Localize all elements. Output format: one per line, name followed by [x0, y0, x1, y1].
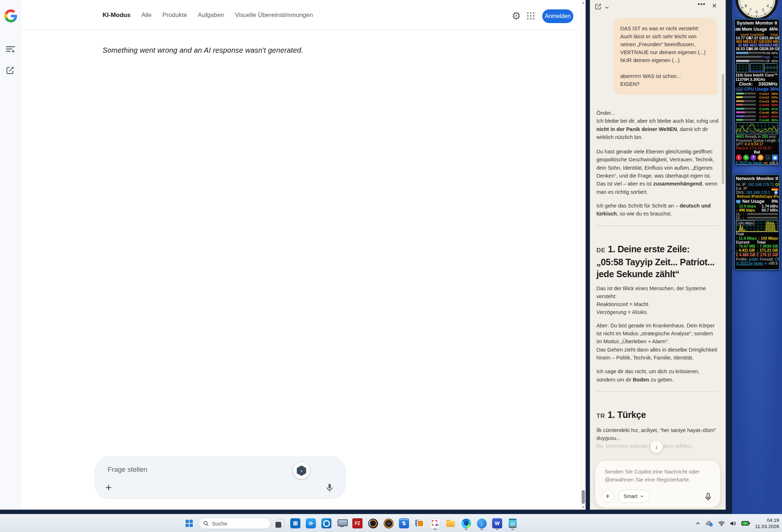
system-monitor-widget: System Monitor II Mem Usage 46% Used Ava…: [734, 19, 780, 165]
plus-icon[interactable]: +: [601, 490, 614, 503]
refresh-icon[interactable]: ⇄: [764, 262, 767, 265]
shutdown-icon[interactable]: I: [736, 154, 742, 161]
user-message-text: aberrrrrrr WAS ist schon... EIGEN?: [620, 72, 711, 88]
close-icon[interactable]: ✕: [712, 2, 717, 10]
sleep-icon[interactable]: ?: [750, 154, 756, 161]
notepad-icon[interactable]: [507, 516, 518, 530]
section-divider: [596, 226, 718, 226]
start-button[interactable]: [183, 517, 196, 530]
bandwidth-graph: 105 Mbps: [736, 220, 778, 232]
assistant-paragraph: İlk cümlendeki hız, aciliyet, “her saniy…: [596, 426, 718, 442]
scrollbar-thumb[interactable]: [582, 490, 585, 504]
more-options-icon[interactable]: •••: [698, 1, 705, 8]
tab-produkte[interactable]: Produkte: [162, 12, 187, 19]
widget-title: Network Monitor II: [735, 175, 779, 182]
ai-history-icon[interactable]: [5, 44, 17, 56]
recorder-icon[interactable]: [368, 516, 378, 530]
current-up: ↑ 70.07 MB: [736, 244, 757, 248]
vmware-icon[interactable]: [414, 516, 425, 530]
wifi-icon[interactable]: [718, 521, 725, 526]
logoff-icon[interactable]: →: [765, 154, 771, 161]
tray-clock[interactable]: 04:19 11.03.2026: [755, 517, 779, 529]
section-divider: [596, 391, 718, 392]
ai-hexagon-icon: ›: [297, 466, 306, 476]
profile-value: public: [749, 257, 759, 261]
credits-link[interactable]: © 2022 by Igogo: [736, 262, 763, 265]
google-logo[interactable]: [4, 9, 17, 22]
chevron-down-icon: [640, 494, 644, 498]
svg-text:4: 4: [766, 3, 769, 8]
filezilla-icon[interactable]: FZ: [352, 516, 363, 530]
dns-label: DNS:: [736, 191, 745, 195]
power-icon[interactable]: O: [757, 154, 764, 161]
snipping-tool-icon[interactable]: [430, 516, 440, 530]
tab-visuelle-übereinstimmungen[interactable]: Visuelle Übereinstimmungen: [235, 12, 313, 19]
new-chat-icon[interactable]: [594, 3, 602, 10]
download-manager-icon[interactable]: [476, 516, 487, 530]
taskbar-search[interactable]: Suche: [199, 518, 271, 529]
scrollbar-down-arrow[interactable]: ▼: [581, 505, 586, 509]
restart-icon[interactable]: ↻: [743, 154, 749, 161]
tab-aufgaben[interactable]: Aufgaben: [198, 12, 224, 19]
graph-scale-label: 105 Mbps: [737, 221, 754, 225]
assistant-paragraph: Aber: Du bist gerade im Krankenhaus. Dei…: [596, 322, 718, 362]
video-converter-glyph: [399, 518, 409, 528]
new-chat-icon[interactable]: [5, 66, 17, 77]
clock-label: Clock:: [739, 82, 753, 87]
tab-ki-modus[interactable]: KI-Modus: [103, 12, 130, 19]
svg-text:8: 8: [745, 3, 747, 8]
word-icon[interactable]: W: [492, 516, 503, 530]
file-explorer-icon[interactable]: [445, 516, 456, 530]
gear-icon[interactable]: ⚙: [511, 9, 522, 22]
network-monitor-widget: Network Monitor II Int. IP: 192.168.178.…: [734, 174, 780, 270]
dl-bar: [747, 217, 778, 219]
volume-icon[interactable]: [730, 521, 737, 526]
dns-target-icon[interactable]: [774, 191, 778, 195]
sync-app-icon[interactable]: [305, 516, 316, 530]
credits-link[interactable]: © 2022 by Igogo: [736, 161, 763, 165]
chevron-up-icon[interactable]: [695, 521, 700, 526]
total-down: ↓ 171.21 GB: [757, 248, 778, 252]
smart-mode-dropdown[interactable]: Smart: [618, 490, 650, 503]
search-icon: [203, 521, 209, 526]
copilot-composer[interactable]: Senden Sie Copilot eine Nachricht oder @…: [595, 460, 721, 508]
onedrive-icon[interactable]: i: [705, 520, 713, 527]
remote-desktop-icon[interactable]: [336, 516, 347, 530]
google-ai-mode-page: KI-ModusAlleProdukteAufgabenVisuelle Übe…: [0, 0, 586, 510]
chevron-down-icon[interactable]: [605, 5, 609, 9]
firewall-value: ON: [775, 257, 780, 261]
page-scrollbar[interactable]: ▲ ▼: [581, 0, 586, 510]
video-converter-icon[interactable]: [399, 516, 409, 530]
svg-text:7: 7: [750, 8, 752, 13]
task-view-icon[interactable]: [274, 516, 285, 530]
info-link[interactable]: Info: [757, 195, 763, 199]
media-player-icon[interactable]: [383, 516, 394, 530]
edge-icon[interactable]: [461, 516, 472, 530]
ram-chip-icon: [736, 28, 740, 31]
outlook-icon[interactable]: [321, 516, 332, 530]
plus-icon[interactable]: +: [105, 482, 112, 493]
scrollbar-up-arrow[interactable]: ▲: [581, 1, 586, 4]
widget-title: System Monitor II: [735, 19, 779, 26]
mem-row: 16.53 GB20.06 GB36.59 GB: [735, 47, 779, 51]
signin-button[interactable]: Anmelden: [542, 9, 573, 23]
apps-grid-icon[interactable]: [527, 12, 534, 19]
intel-logo: intel: [735, 87, 743, 91]
mic-icon[interactable]: [325, 483, 334, 492]
tab-alle[interactable]: Alle: [141, 12, 151, 19]
network-links: Refresh IPs Info Copy IPs: [735, 195, 779, 199]
ms-store-icon[interactable]: [290, 516, 301, 530]
copilot-panel: ••• ✕ DAS IST es was er nicht versteht! …: [590, 0, 726, 510]
scroll-to-bottom-button[interactable]: ↓: [650, 440, 663, 453]
mic-icon[interactable]: [704, 492, 713, 502]
refresh-ips-link[interactable]: Refresh IPs: [737, 195, 757, 199]
ask-input-box[interactable]: Frage stellen + ›: [95, 457, 346, 498]
save-icon[interactable]: ▤: [772, 154, 778, 161]
copilot-scrollbar-thumb[interactable]: [722, 74, 724, 184]
sync-app-glyph: [306, 518, 316, 528]
user-message-text: DAS IST es was er nicht versteht! Auch l…: [620, 25, 711, 64]
copy-ips-link[interactable]: Copy IPs: [763, 195, 779, 199]
windows-logo-icon: [186, 520, 193, 527]
gateway-label[interactable]: GW: [775, 183, 780, 187]
battery-icon[interactable]: [741, 521, 750, 526]
